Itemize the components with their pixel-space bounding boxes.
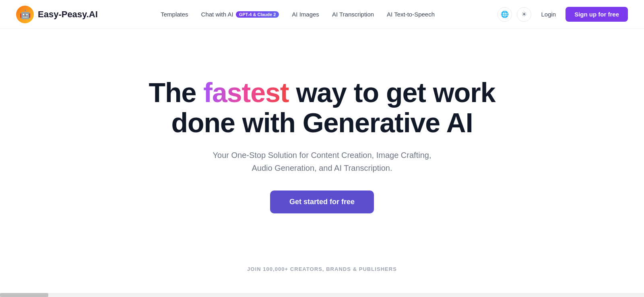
globe-icon: 🌐 xyxy=(501,10,509,18)
signup-button[interactable]: Sign up for free xyxy=(566,7,628,22)
navbar-actions: 🌐 ☀ Login Sign up for free xyxy=(497,7,628,22)
logo-link[interactable]: 🤖 Easy-Peasy.AI xyxy=(16,6,98,23)
nav-ai-images[interactable]: AI Images xyxy=(287,8,324,21)
sun-icon: ☀ xyxy=(521,10,527,18)
nav-chat-with-ai[interactable]: Chat with AI GPT-4 & Claude 2 xyxy=(196,8,284,21)
hero-gradient-word: fastest xyxy=(203,77,289,108)
theme-toggle-button[interactable]: ☀ xyxy=(517,7,531,22)
hero-subtitle: Your One-Stop Solution for Content Creat… xyxy=(209,149,435,174)
hero-title: The fastest way to get work done with Ge… xyxy=(141,78,503,138)
logo-avatar: 🤖 xyxy=(16,6,34,23)
social-proof-text: JOIN 100,000+ CREATORS, BRANDS & PUBLISH… xyxy=(247,266,397,272)
navbar: 🤖 Easy-Peasy.AI Templates Chat with AI G… xyxy=(0,0,644,29)
globe-button[interactable]: 🌐 xyxy=(497,7,512,22)
hero-section: The fastest way to get work done with Ge… xyxy=(0,29,644,254)
brand-name: Easy-Peasy.AI xyxy=(38,9,98,20)
login-link[interactable]: Login xyxy=(536,8,561,21)
nav-ai-transcription[interactable]: AI Transcription xyxy=(327,8,379,21)
nav-templates[interactable]: Templates xyxy=(156,8,193,21)
chat-badge: GPT-4 & Claude 2 xyxy=(236,11,279,18)
social-proof-bar: JOIN 100,000+ CREATORS, BRANDS & PUBLISH… xyxy=(0,254,644,280)
cta-button[interactable]: Get started for free xyxy=(270,190,374,213)
nav-links: Templates Chat with AI GPT-4 & Claude 2 … xyxy=(156,8,440,21)
nav-ai-tts[interactable]: AI Text-to-Speech xyxy=(382,8,440,21)
